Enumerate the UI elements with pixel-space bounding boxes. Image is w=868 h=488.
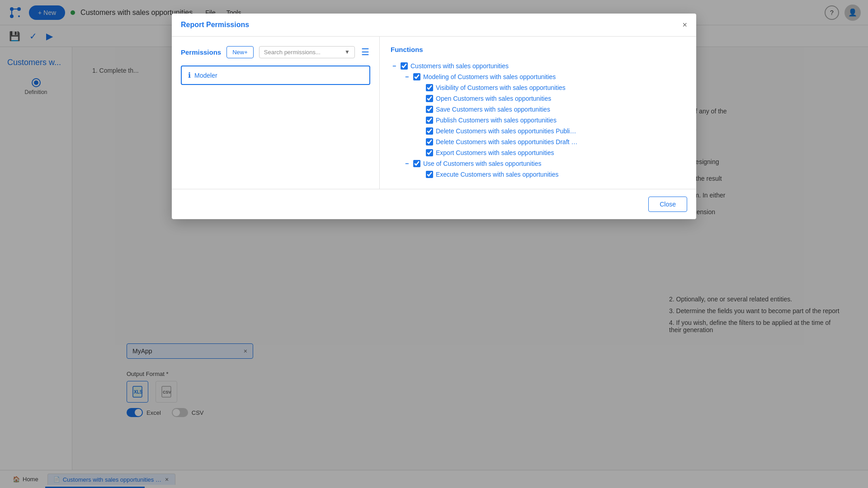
tree-label-customers_root: Customers with sales opportunities [410, 62, 509, 70]
new-plus-button[interactable]: New+ [226, 46, 254, 58]
collapse-icon-customers_root[interactable]: − [391, 62, 398, 70]
tree-label-export: Export Customers with sales opportunitie… [436, 149, 554, 156]
checkbox-export[interactable] [426, 149, 433, 156]
info-icon: ℹ [188, 71, 191, 80]
tree-item-open[interactable]: Open Customers with sales opportunities [416, 93, 685, 104]
checkbox-customers_root[interactable] [401, 62, 408, 70]
permissions-label: Permissions [181, 48, 221, 56]
checkbox-delete_draft[interactable] [426, 138, 433, 145]
tree-item-save[interactable]: Save Customers with sales opportunities [416, 104, 685, 115]
checkbox-use_of[interactable] [413, 160, 420, 167]
tree-label-delete_publ: Delete Customers with sales opportunitie… [436, 127, 576, 135]
checkbox-save[interactable] [426, 106, 433, 113]
modeler-item[interactable]: ℹ Modeler [181, 66, 370, 85]
tree-item-delete_draft[interactable]: Delete Customers with sales opportunitie… [416, 136, 685, 147]
report-permissions-modal: Report Permissions × Permissions New+ Se… [172, 14, 696, 219]
modal-right-panel: Functions −Customers with sales opportun… [380, 37, 696, 189]
tree-label-save: Save Customers with sales opportunities [436, 106, 550, 113]
modal-footer: Close [172, 189, 696, 219]
tree-label-delete_draft: Delete Customers with sales opportunitie… [436, 138, 578, 145]
tree-label-publish: Publish Customers with sales opportuniti… [436, 117, 557, 124]
checkbox-execute[interactable] [426, 171, 433, 178]
modeler-label: Modeler [194, 72, 217, 79]
tree-item-visibility[interactable]: Visibility of Customers with sales oppor… [416, 82, 685, 93]
modal-header: Report Permissions × [172, 14, 696, 37]
collapse-icon-use_of[interactable]: − [403, 160, 410, 167]
tree-label-open: Open Customers with sales opportunities [436, 95, 551, 102]
search-permissions-text: Search permissions... [264, 49, 344, 56]
tree-item-export[interactable]: Export Customers with sales opportunitie… [416, 147, 685, 158]
tree-label-execute: Execute Customers with sales opportuniti… [436, 171, 559, 178]
tree-label-visibility: Visibility of Customers with sales oppor… [436, 84, 566, 91]
tree-item-delete_publ[interactable]: Delete Customers with sales opportunitie… [416, 126, 685, 136]
tree-label-use_of: Use of Customers with sales opportunitie… [423, 160, 541, 167]
list-icon: ☰ [361, 47, 369, 57]
modal-title: Report Permissions [181, 21, 249, 29]
list-view-button[interactable]: ☰ [360, 46, 370, 58]
close-button[interactable]: Close [648, 197, 687, 212]
modal-left-panel: Permissions New+ Search permissions... ▼… [172, 37, 380, 189]
dropdown-arrow-icon: ▼ [344, 49, 350, 55]
tree-label-modeling: Modeling of Customers with sales opportu… [423, 73, 556, 80]
search-permissions-dropdown[interactable]: Search permissions... ▼ [259, 46, 355, 58]
tree-item-publish[interactable]: Publish Customers with sales opportuniti… [416, 115, 685, 126]
tree-item-modeling[interactable]: −Modeling of Customers with sales opport… [403, 71, 685, 82]
checkbox-delete_publ[interactable] [426, 127, 433, 135]
functions-tree: −Customers with sales opportunities−Mode… [391, 61, 685, 180]
collapse-icon-modeling[interactable]: − [403, 73, 410, 80]
checkbox-open[interactable] [426, 95, 433, 102]
functions-title: Functions [391, 46, 685, 53]
checkbox-publish[interactable] [426, 117, 433, 124]
tree-item-customers_root[interactable]: −Customers with sales opportunities [391, 61, 685, 71]
modal-close-button[interactable]: × [682, 21, 687, 29]
checkbox-visibility[interactable] [426, 84, 433, 91]
checkbox-modeling[interactable] [413, 73, 420, 80]
modal-body: Permissions New+ Search permissions... ▼… [172, 37, 696, 189]
tree-item-use_of[interactable]: −Use of Customers with sales opportuniti… [403, 158, 685, 169]
modal-left-header: Permissions New+ Search permissions... ▼… [181, 46, 370, 58]
tree-item-execute[interactable]: Execute Customers with sales opportuniti… [416, 169, 685, 180]
